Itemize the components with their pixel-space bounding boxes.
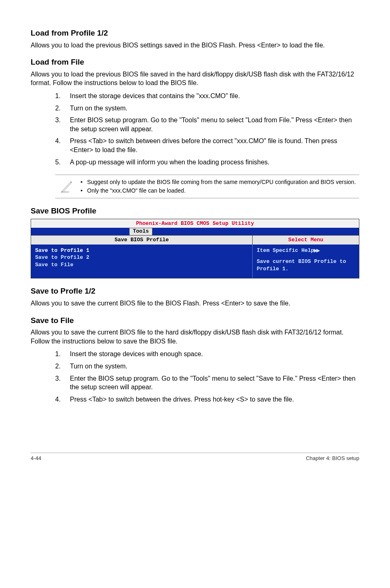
- list-item: 3.Enter the BIOS setup program. Go to th…: [55, 374, 359, 392]
- heading-load-file: Load from File: [31, 57, 359, 67]
- step-text: A pop-up message will inform you when th…: [70, 159, 269, 166]
- bios-body-right: Item Specific Help▶▶ Save current BIOS P…: [253, 245, 359, 278]
- list-item: 1.Insert the storage devices that contai…: [55, 92, 359, 101]
- bios-help-body: Save current BIOS Profile to Profile 1.: [257, 258, 355, 272]
- page-footer: 4-44 Chapter 4: BIOS setup: [31, 453, 359, 462]
- bios-header-row: Save BIOS Profile Select Menu: [31, 235, 359, 245]
- heading-save-file: Save to File: [31, 315, 359, 326]
- arrow-icon: ▶▶: [314, 248, 319, 253]
- step-text: Turn on the system.: [70, 105, 128, 112]
- save-file-steps: 1.Insert the storage devices with enough…: [55, 350, 359, 404]
- bios-tab-row: Tools: [31, 228, 359, 235]
- bios-body-left: Save to Profile 1 Save to Profile 2 Save…: [31, 245, 253, 278]
- step-text: Press <Tab> to switch between the drives…: [70, 396, 294, 403]
- note-list: Suggest only to update the BIOS file com…: [76, 177, 359, 195]
- note-icon: [55, 179, 76, 194]
- list-item: 4.Press <Tab> to switch between drives b…: [55, 137, 359, 154]
- para-save-file: Allows you to save the current BIOS file…: [31, 328, 359, 346]
- bios-help-title: Item Specific Help▶▶: [257, 247, 355, 254]
- step-text: Enter BIOS setup program. Go to the "Too…: [70, 117, 352, 132]
- list-item: 2.Turn on the system.: [55, 362, 359, 371]
- para-load-profile: Allows you to load the previous BIOS set…: [31, 41, 359, 50]
- heading-save-profile: Save to Profle 1/2: [31, 286, 359, 296]
- para-load-file: Allows you to load the previous BIOS fil…: [31, 70, 359, 88]
- bios-header-left: Save BIOS Profile: [31, 236, 253, 245]
- step-text: Turn on the system.: [70, 363, 128, 370]
- heading-save-bios-profile: Save BIOS Profile: [31, 206, 359, 216]
- bios-item: Save to Profile 2: [35, 254, 248, 261]
- note-block: Suggest only to update the BIOS file com…: [55, 175, 359, 198]
- bios-item-selected: Save to Profile 1: [35, 247, 248, 254]
- bios-title: Phoenix-Award BIOS CMOS Setup Utility: [31, 219, 359, 228]
- list-item: 1.Insert the storage devices with enough…: [55, 350, 359, 359]
- step-text: Press <Tab> to switch between drives bef…: [70, 137, 337, 153]
- list-item: 4.Press <Tab> to switch between the driv…: [55, 395, 359, 404]
- step-text: Insert the storage devices with enough s…: [70, 350, 203, 357]
- step-text: Insert the storage devices that contains…: [70, 92, 240, 99]
- footer-page-number: 4-44: [31, 455, 41, 462]
- list-item: 2.Turn on the system.: [55, 104, 359, 113]
- para-save-profile: Allows you to save the current BIOS file…: [31, 299, 359, 308]
- note-item: Only the "xxx.CMO" file can be loaded.: [76, 187, 359, 195]
- bios-header-right: Select Menu: [253, 236, 359, 245]
- bios-body: Save to Profile 1 Save to Profile 2 Save…: [31, 245, 359, 278]
- heading-load-profile: Load from Profile 1/2: [31, 28, 359, 38]
- list-item: 5.A pop-up message will inform you when …: [55, 158, 359, 167]
- bios-screenshot: Phoenix-Award BIOS CMOS Setup Utility To…: [31, 219, 359, 279]
- list-item: 3.Enter BIOS setup program. Go to the "T…: [55, 116, 359, 133]
- bios-item: Save to File: [35, 261, 248, 269]
- load-file-steps: 1.Insert the storage devices that contai…: [55, 92, 359, 166]
- bios-tab-tools: Tools: [129, 228, 152, 235]
- footer-chapter: Chapter 4: BIOS setup: [306, 455, 359, 462]
- step-text: Enter the BIOS setup program. Go to the …: [70, 375, 356, 391]
- note-item: Suggest only to update the BIOS file com…: [76, 178, 359, 186]
